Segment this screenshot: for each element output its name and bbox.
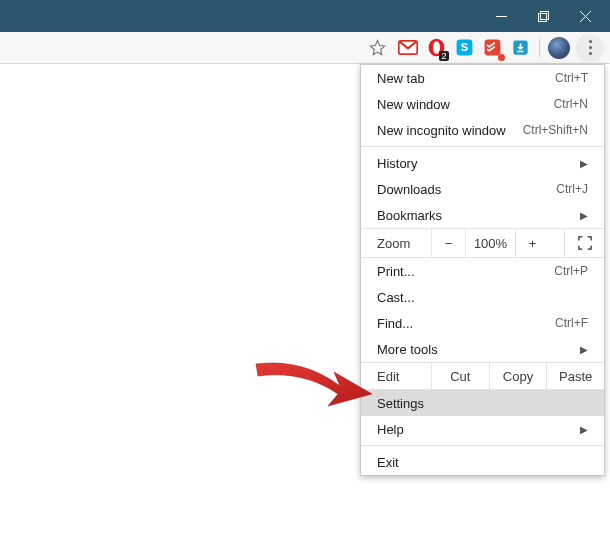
menu-label: History	[377, 156, 417, 171]
submenu-arrow-icon: ▶	[580, 158, 588, 169]
menu-item-new-window[interactable]: New window Ctrl+N	[361, 91, 604, 117]
menu-label: Cast...	[377, 290, 415, 305]
copy-button[interactable]: Copy	[489, 363, 547, 389]
menu-item-settings[interactable]: Settings	[361, 390, 604, 416]
browser-toolbar: 2 S	[0, 32, 610, 64]
menu-item-downloads[interactable]: Downloads Ctrl+J	[361, 176, 604, 202]
menu-item-bookmarks[interactable]: Bookmarks ▶	[361, 202, 604, 228]
menu-item-print[interactable]: Print... Ctrl+P	[361, 258, 604, 284]
menu-divider	[361, 146, 604, 147]
chrome-menu-button[interactable]	[576, 34, 604, 62]
menu-shortcut: Ctrl+P	[554, 264, 588, 278]
annotation-arrow-icon	[248, 336, 378, 416]
menu-divider	[361, 445, 604, 446]
opera-extension-icon[interactable]: 2	[425, 37, 447, 59]
submenu-arrow-icon: ▶	[580, 210, 588, 221]
menu-label: New incognito window	[377, 123, 506, 138]
zoom-label: Zoom	[361, 236, 431, 251]
menu-label: Downloads	[377, 182, 441, 197]
zoom-value: 100%	[465, 229, 515, 257]
notification-dot-icon	[498, 54, 505, 61]
menu-item-find[interactable]: Find... Ctrl+F	[361, 310, 604, 336]
menu-zoom-row: Zoom − 100% +	[361, 228, 604, 258]
menu-label: Settings	[377, 396, 424, 411]
menu-label: Help	[377, 422, 404, 437]
svg-text:S: S	[460, 41, 467, 53]
edit-label: Edit	[361, 363, 431, 389]
menu-label: New window	[377, 97, 450, 112]
menu-edit-row: Edit Cut Copy Paste	[361, 362, 604, 390]
profile-avatar[interactable]	[548, 37, 570, 59]
menu-label: Bookmarks	[377, 208, 442, 223]
submenu-arrow-icon: ▶	[580, 424, 588, 435]
menu-item-new-tab[interactable]: New tab Ctrl+T	[361, 65, 604, 91]
menu-item-exit[interactable]: Exit	[361, 449, 604, 475]
menu-item-history[interactable]: History ▶	[361, 150, 604, 176]
menu-shortcut: Ctrl+F	[555, 316, 588, 330]
bookmark-star-icon[interactable]	[363, 34, 391, 62]
svg-rect-1	[538, 13, 546, 21]
downloader-extension-icon[interactable]	[509, 37, 531, 59]
window-minimize-button[interactable]	[480, 0, 522, 32]
menu-shortcut: Ctrl+Shift+N	[523, 123, 588, 137]
paste-button[interactable]: Paste	[546, 363, 604, 389]
menu-label: Find...	[377, 316, 413, 331]
menu-shortcut: Ctrl+N	[554, 97, 588, 111]
menu-item-new-incognito[interactable]: New incognito window Ctrl+Shift+N	[361, 117, 604, 143]
window-close-button[interactable]	[564, 0, 606, 32]
todoist-extension-icon[interactable]	[481, 37, 503, 59]
menu-label: Exit	[377, 455, 399, 470]
menu-item-more-tools[interactable]: More tools ▶	[361, 336, 604, 362]
submenu-arrow-icon: ▶	[580, 344, 588, 355]
menu-item-cast[interactable]: Cast...	[361, 284, 604, 310]
menu-shortcut: Ctrl+J	[556, 182, 588, 196]
menu-label: New tab	[377, 71, 425, 86]
toolbar-separator	[539, 39, 540, 57]
window-maximize-button[interactable]	[522, 0, 564, 32]
fullscreen-button[interactable]	[564, 229, 604, 257]
skype-extension-icon[interactable]: S	[453, 37, 475, 59]
zoom-in-button[interactable]: +	[515, 229, 549, 257]
menu-shortcut: Ctrl+T	[555, 71, 588, 85]
cut-button[interactable]: Cut	[431, 363, 489, 389]
menu-label: More tools	[377, 342, 438, 357]
menu-label: Print...	[377, 264, 415, 279]
svg-rect-2	[540, 11, 548, 19]
gmail-extension-icon[interactable]	[397, 37, 419, 59]
menu-item-help[interactable]: Help ▶	[361, 416, 604, 442]
zoom-out-button[interactable]: −	[431, 229, 465, 257]
window-titlebar	[0, 0, 610, 32]
extension-badge: 2	[439, 51, 449, 61]
chrome-main-menu: New tab Ctrl+T New window Ctrl+N New inc…	[360, 64, 605, 476]
